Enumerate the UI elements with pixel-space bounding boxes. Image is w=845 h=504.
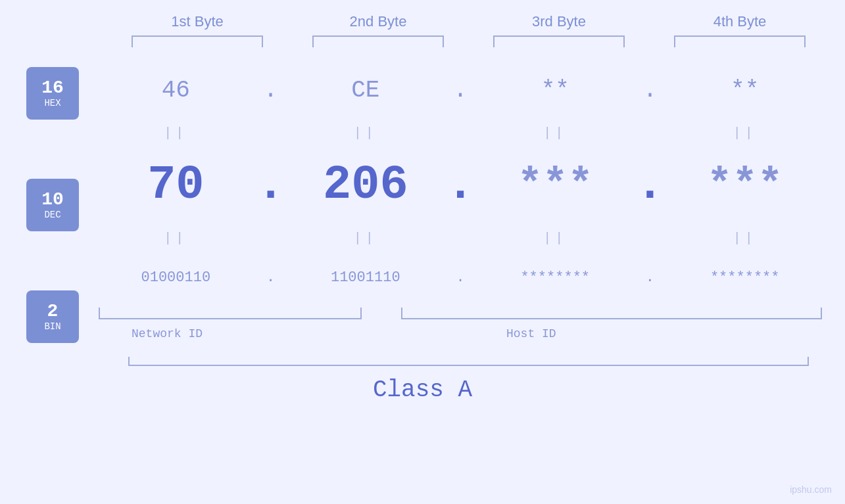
- bin-b2: 11001110: [331, 269, 400, 286]
- byte-headers: 1st Byte 2nd Byte 3rd Byte 4th Byte: [107, 13, 831, 30]
- dec-b3: ***: [518, 162, 593, 209]
- hex-b3: **: [541, 77, 569, 104]
- main-container: 1st Byte 2nd Byte 3rd Byte 4th Byte 16 H…: [0, 0, 845, 504]
- hex-dot-1: .: [264, 77, 278, 104]
- badges-column: 16 HEX 10 DEC 2 BIN: [26, 60, 99, 350]
- hex-badge-number: 16: [41, 78, 64, 99]
- network-id-label: Network ID: [132, 327, 203, 340]
- header-col3: 3rd Byte: [487, 13, 631, 30]
- top-brackets: [107, 35, 831, 47]
- eq-2-b1: ||: [164, 231, 187, 246]
- dec-badge: 10 DEC: [26, 179, 79, 231]
- id-labels: Network ID Host ID: [99, 327, 822, 350]
- eq-1-b1: ||: [164, 126, 187, 141]
- data-values: 46 . CE . ** . ** || || || || 70: [99, 60, 845, 350]
- header-col2: 2nd Byte: [306, 13, 450, 30]
- dec-b4: ***: [707, 162, 783, 209]
- data-rows-wrapper: 16 HEX 10 DEC 2 BIN 46 . CE .: [0, 60, 845, 350]
- bin-badge: 2 BIN: [26, 290, 79, 343]
- dec-badge-label: DEC: [44, 210, 60, 220]
- bin-dot-1: .: [266, 269, 275, 286]
- bracket-top-3: [493, 35, 625, 47]
- bin-b4: ********: [710, 269, 780, 286]
- dec-b2: 206: [323, 158, 408, 212]
- header-col4: 4th Byte: [667, 13, 812, 30]
- dec-dot-3: .: [636, 158, 664, 212]
- host-id-label: Host ID: [506, 327, 556, 340]
- hex-b1: 46: [162, 77, 190, 104]
- dec-data-row: 70 . 206 . *** . ***: [99, 146, 822, 225]
- hex-data-row: 46 . CE . ** . **: [99, 60, 822, 120]
- eq-1-b4: ||: [733, 126, 757, 141]
- dec-dot-1: .: [256, 158, 285, 212]
- equals-row-2: || || || ||: [99, 225, 822, 251]
- hex-dot-3: .: [643, 77, 658, 104]
- dec-dot-2: .: [446, 158, 474, 212]
- bottom-brackets: [99, 308, 822, 327]
- bin-b1: 01000110: [141, 269, 211, 286]
- watermark: ipshu.com: [790, 484, 832, 495]
- bracket-network-id: [99, 308, 362, 319]
- bin-badge-label: BIN: [44, 321, 60, 332]
- bin-dot-3: .: [646, 269, 654, 286]
- bin-b3: ********: [520, 269, 590, 286]
- badge-spacer-1: [26, 120, 99, 179]
- eq-2-b4: ||: [733, 231, 757, 246]
- bin-badge-number: 2: [47, 302, 59, 322]
- bin-dot-2: .: [456, 269, 464, 286]
- header-col1: 1st Byte: [125, 13, 270, 30]
- big-bottom-bracket: [128, 357, 809, 366]
- hex-b4: **: [731, 77, 759, 104]
- class-label: Class A: [0, 377, 845, 403]
- hex-b2: CE: [351, 77, 379, 104]
- eq-2-b2: ||: [354, 231, 377, 246]
- bracket-top-4: [674, 35, 806, 47]
- hex-badge-label: HEX: [44, 98, 60, 108]
- eq-1-b2: ||: [354, 126, 377, 141]
- bin-data-row: 01000110 . 11001110 . ******** . *******…: [99, 251, 822, 304]
- hex-dot-2: .: [453, 77, 468, 104]
- badge-spacer-2: [26, 231, 99, 290]
- eq-1-b3: ||: [543, 126, 567, 141]
- dec-b1: 70: [147, 158, 204, 212]
- bracket-host-id: [401, 308, 822, 319]
- bracket-top-1: [132, 35, 263, 47]
- eq-2-b3: ||: [543, 231, 567, 246]
- dec-badge-number: 10: [41, 190, 64, 210]
- hex-badge: 16 HEX: [26, 67, 79, 120]
- bracket-top-2: [312, 35, 444, 47]
- equals-row-1: || || || ||: [99, 120, 822, 146]
